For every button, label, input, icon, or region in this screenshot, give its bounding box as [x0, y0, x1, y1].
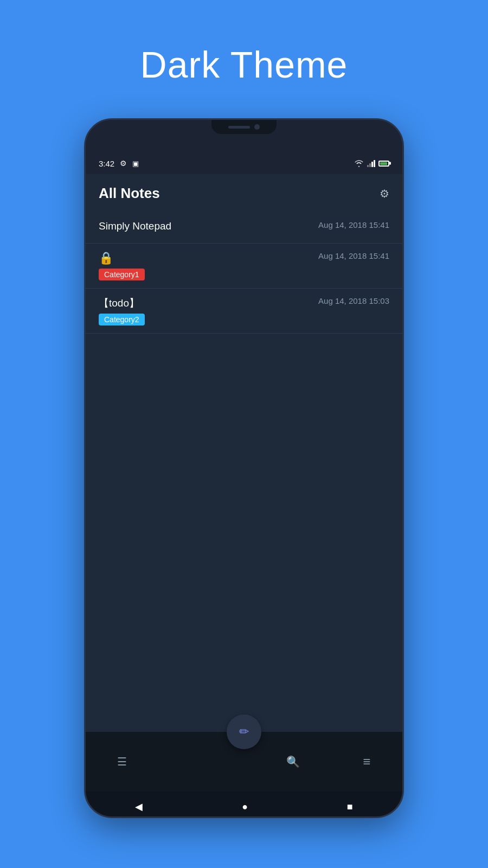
lock-icon: 🔒: [99, 251, 113, 265]
home-button[interactable]: ●: [231, 797, 259, 817]
status-time: 3:42: [99, 159, 114, 168]
notch-area: [86, 120, 402, 152]
note-item[interactable]: Simply Notepad Aug 14, 2018 15:41: [86, 213, 402, 244]
note-date: Aug 14, 2018 15:41: [318, 251, 389, 260]
settings-status-icon: ⚙: [120, 159, 127, 168]
settings-button[interactable]: ⚙: [380, 187, 389, 200]
wifi-icon: [354, 159, 364, 167]
category-badge: Category1: [99, 269, 145, 280]
sort-button[interactable]: ≡: [358, 749, 376, 775]
all-notes-title: All Notes: [99, 185, 160, 202]
pencil-icon: ✏: [239, 725, 249, 739]
app-bar: All Notes ⚙: [86, 174, 402, 213]
note-header: 🔒 Aug 14, 2018 15:41: [99, 251, 389, 265]
speaker: [228, 126, 250, 129]
battery-icon: [378, 161, 389, 167]
signal-icon: [367, 159, 375, 167]
recent-apps-button[interactable]: ■: [336, 797, 364, 817]
note-header: Simply Notepad Aug 14, 2018 15:41: [99, 220, 389, 232]
status-left: 3:42 ⚙ ▣: [99, 159, 139, 168]
note-item[interactable]: 🔒 Aug 14, 2018 15:41 Category1: [86, 244, 402, 289]
system-nav-bar: ◀ ● ■: [86, 792, 402, 818]
note-item[interactable]: 【todo】 Aug 14, 2018 15:03 Category2: [86, 289, 402, 334]
page-title: Dark Theme: [140, 43, 348, 86]
note-date: Aug 14, 2018 15:41: [318, 220, 389, 229]
bottom-nav: ☰ ✏ 🔍 ≡: [86, 732, 402, 792]
note-date: Aug 14, 2018 15:03: [318, 296, 389, 305]
back-button[interactable]: ◀: [124, 796, 153, 817]
notch: [211, 120, 277, 134]
status-bar: 3:42 ⚙ ▣: [86, 152, 402, 174]
sim-status-icon: ▣: [132, 159, 139, 168]
app-content: All Notes ⚙ Simply Notepad Aug 14, 2018 …: [86, 174, 402, 732]
note-title: Simply Notepad: [99, 220, 171, 232]
note-title: 【todo】: [99, 296, 139, 310]
phone-mockup: 3:42 ⚙ ▣ Al: [84, 118, 404, 818]
menu-button[interactable]: ☰: [112, 750, 132, 774]
status-right: [354, 159, 389, 167]
note-header: 【todo】 Aug 14, 2018 15:03: [99, 296, 389, 310]
category-badge: Category2: [99, 314, 145, 326]
notes-list: Simply Notepad Aug 14, 2018 15:41 🔒 Aug …: [86, 213, 402, 732]
search-button[interactable]: 🔍: [281, 750, 305, 774]
note-footer: Category1: [99, 269, 389, 280]
new-note-fab[interactable]: ✏: [227, 714, 261, 749]
fab-container: ✏: [227, 714, 261, 749]
note-footer: Category2: [99, 314, 389, 326]
camera: [254, 124, 260, 130]
